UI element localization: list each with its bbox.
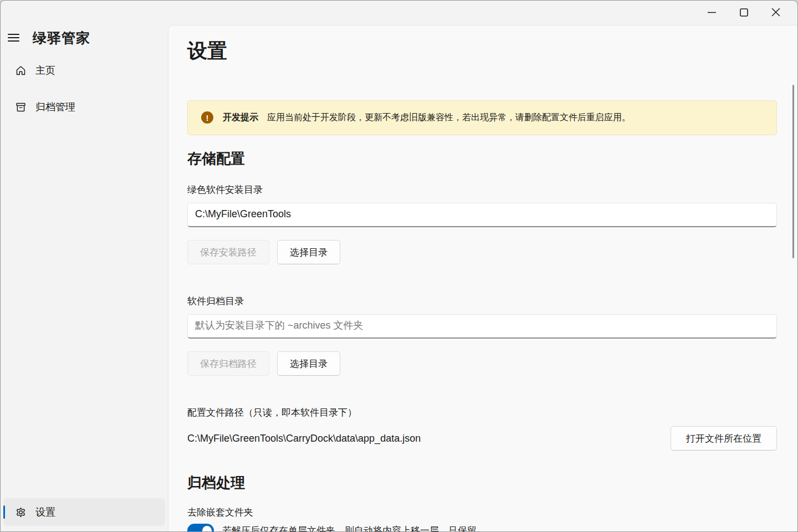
save-archive-path-button[interactable]: 保存归档路径: [187, 351, 269, 376]
sidebar-item-label: 设置: [35, 505, 55, 519]
config-path-label: 配置文件路径（只读，即本软件目录下）: [187, 407, 777, 420]
home-icon: [15, 65, 27, 76]
close-icon: [771, 8, 780, 17]
config-path-row: C:\MyFile\GreenTools\CarryDock\data\app_…: [187, 426, 777, 451]
flatten-description: 若解压后仅存在单层文件夹，则自动将内容上移一层，只保留: [222, 524, 477, 531]
sidebar-header: 绿驿管家: [1, 1, 168, 47]
vertical-scrollbar-thumb[interactable]: [792, 85, 794, 258]
warning-icon: !: [201, 111, 213, 124]
minimize-button[interactable]: [695, 1, 728, 24]
archive-dir-buttons: 保存归档路径 选择目录: [187, 351, 777, 376]
archive-icon: [15, 101, 27, 113]
install-dir-label: 绿色软件安装目录: [187, 184, 777, 197]
sidebar-item-archive[interactable]: 归档管理: [3, 96, 165, 118]
sidebar-item-label: 主页: [35, 64, 55, 77]
section-title-archive-processing: 归档处理: [187, 474, 777, 493]
minimize-icon: [707, 8, 717, 17]
sidebar-item-settings[interactable]: 设置: [3, 498, 165, 526]
settings-page: 设置 ! 开发提示 应用当前处于开发阶段，更新不考虑旧版兼容性，若出现异常，请删…: [168, 25, 797, 531]
install-dir-input[interactable]: [187, 203, 777, 227]
sidebar: 绿驿管家 主页 归档管理: [1, 1, 168, 531]
flatten-toggle-row: 若解压后仅存在单层文件夹，则自动将内容上移一层，只保留: [187, 524, 777, 531]
flatten-toggle[interactable]: [187, 524, 214, 531]
close-button[interactable]: [760, 1, 792, 24]
page-title: 设置: [187, 38, 777, 65]
window-controls: [695, 1, 792, 24]
save-install-path-button[interactable]: 保存安装路径: [187, 240, 269, 264]
browse-archive-dir-button[interactable]: 选择目录: [277, 351, 340, 376]
hamburger-menu-button[interactable]: [7, 28, 29, 47]
archive-dir-input[interactable]: [187, 314, 777, 339]
config-path-value: C:\MyFile\GreenTools\CarryDock\data\app_…: [187, 433, 421, 444]
sidebar-item-label: 归档管理: [35, 100, 75, 114]
banner-title: 开发提示: [223, 112, 258, 124]
maximize-icon: [740, 8, 748, 17]
gear-icon: [15, 507, 27, 518]
app-title: 绿驿管家: [33, 29, 90, 47]
dev-notice-banner: ! 开发提示 应用当前处于开发阶段，更新不考虑旧版兼容性，若出现异常，请删除配置…: [187, 100, 777, 135]
browse-install-dir-button[interactable]: 选择目录: [277, 240, 340, 264]
archive-dir-label: 软件归档目录: [187, 295, 777, 308]
maximize-button[interactable]: [728, 1, 760, 24]
selection-indicator: [3, 505, 5, 519]
banner-message: 应用当前处于开发阶段，更新不考虑旧版兼容性，若出现异常，请删除配置文件后重启应用…: [267, 112, 631, 124]
sidebar-nav: 主页 归档管理: [1, 59, 168, 118]
section-title-storage: 存储配置: [187, 150, 777, 168]
install-dir-buttons: 保存安装路径 选择目录: [187, 240, 777, 264]
toggle-knob: [202, 526, 212, 531]
app-window: 绿驿管家 主页 归档管理: [0, 0, 798, 532]
sidebar-footer: 设置: [1, 498, 168, 526]
open-file-location-button[interactable]: 打开文件所在位置: [671, 426, 777, 451]
flatten-label: 去除嵌套文件夹: [187, 507, 777, 519]
sidebar-item-home[interactable]: 主页: [3, 59, 165, 81]
